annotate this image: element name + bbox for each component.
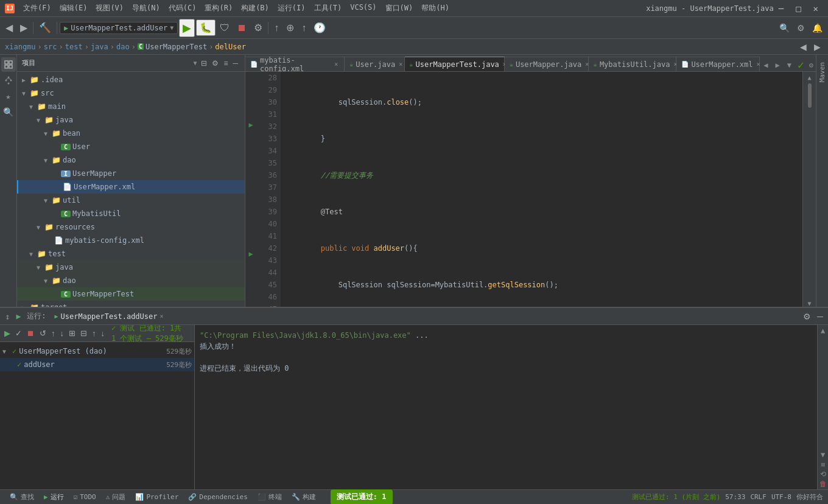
- status-tab-problems[interactable]: ⚠ 问题: [101, 491, 131, 503]
- run-config-close[interactable]: ×: [160, 313, 163, 320]
- tab-close-user[interactable]: ×: [398, 60, 404, 68]
- run-button[interactable]: ▶: [179, 19, 195, 37]
- sidebar-icon-structure[interactable]: [1, 73, 16, 88]
- test-sort-asc[interactable]: ↑: [49, 327, 57, 339]
- line-endings[interactable]: CRLF: [750, 493, 767, 501]
- breadcrumb-test[interactable]: test: [65, 43, 83, 51]
- test-expand[interactable]: ⊞: [67, 327, 77, 339]
- test-stop-button[interactable]: ⏹: [25, 327, 37, 339]
- status-tab-run[interactable]: ▶ 运行: [39, 491, 69, 503]
- tab-scroll-right[interactable]: ▶: [771, 61, 783, 69]
- breadcrumb-java[interactable]: java: [91, 43, 108, 51]
- menu-edit[interactable]: 编辑(E): [56, 2, 91, 15]
- tree-item-usermapper[interactable]: I UserMapper: [17, 167, 245, 180]
- scroll-down[interactable]: ▼: [807, 300, 811, 307]
- tab-usermapper[interactable]: ☕ UserMapper.java ×: [505, 57, 589, 71]
- test-up-arrow[interactable]: ↑: [90, 327, 98, 339]
- tree-collapse-all[interactable]: ⊟: [199, 58, 209, 69]
- breadcrumb-dao[interactable]: dao: [116, 43, 130, 51]
- tree-item-mybatisconfig[interactable]: 📄 mybatis-config.xml: [17, 234, 245, 247]
- back-button[interactable]: ◀: [2, 20, 16, 35]
- console-scroll-down[interactable]: ▼: [821, 450, 825, 459]
- scroll-up[interactable]: ▲: [807, 74, 811, 81]
- save-indicator[interactable]: ✓: [795, 58, 807, 71]
- panel-settings-button[interactable]: ⚙: [801, 310, 813, 323]
- update-project-button[interactable]: ↑: [271, 21, 282, 35]
- tab-close-mybatisconfig[interactable]: ×: [333, 60, 339, 68]
- gutter-43[interactable]: ▶: [245, 248, 256, 259]
- tab-scroll-left[interactable]: ◀: [760, 61, 771, 69]
- test-collapse[interactable]: ⊟: [79, 327, 89, 339]
- run-arrow-32[interactable]: ▶: [248, 121, 253, 129]
- notifications-button[interactable]: 🔔: [809, 21, 826, 35]
- gear-settings[interactable]: ⚙: [807, 61, 816, 69]
- test-result-parent[interactable]: ▼ ✓ UserMapperTest (dao) 529毫秒: [0, 345, 194, 358]
- breadcrumb-project[interactable]: xiangmu: [5, 43, 36, 51]
- test-run-button[interactable]: ▶: [2, 327, 12, 339]
- tree-item-usermapperxml[interactable]: 📄 UserMapper.xml: [17, 180, 245, 194]
- run-arrow-43[interactable]: ▶: [248, 250, 253, 258]
- test-check-button[interactable]: ✓: [13, 327, 24, 339]
- console-panel[interactable]: "C:\Program Files\Java\jdk1.8.0_65\bin\j…: [195, 325, 817, 489]
- file-charset[interactable]: UTF-8: [771, 493, 791, 501]
- tree-item-target[interactable]: ▶ 📁 target: [17, 301, 245, 307]
- console-clear[interactable]: 🗑: [819, 480, 827, 488]
- tree-item-java[interactable]: ▼ 📁 java: [17, 113, 245, 127]
- tree-minimize[interactable]: ─: [231, 58, 240, 69]
- menu-window[interactable]: 窗口(W): [382, 2, 417, 15]
- tree-gear[interactable]: ⚙: [210, 58, 220, 69]
- tree-item-resources[interactable]: ▼ 📁 resources: [17, 220, 245, 234]
- status-tab-terminal[interactable]: ⬛ 终端: [253, 491, 287, 503]
- menu-build[interactable]: 构建(B): [237, 2, 273, 15]
- menu-refactor[interactable]: 重构(R): [201, 2, 236, 15]
- status-tab-profiler[interactable]: 📊 Profiler: [130, 491, 183, 503]
- tab-usermapperxml[interactable]: 📄 UserMapper.xml ×: [676, 57, 760, 71]
- build-button[interactable]: 🔨: [36, 20, 54, 35]
- tree-item-mybatisutil[interactable]: C MybatisUtil: [17, 207, 245, 220]
- breadcrumb-src[interactable]: src: [44, 43, 57, 51]
- tree-item-src[interactable]: ▼ 📁 src: [17, 86, 245, 100]
- menu-navigate[interactable]: 导航(N): [128, 2, 164, 15]
- menu-code[interactable]: 代码(C): [165, 2, 200, 15]
- status-tab-todo[interactable]: ☑ TODO: [69, 491, 101, 503]
- forward-button[interactable]: ▶: [17, 20, 30, 35]
- stop-button[interactable]: ⏹: [234, 21, 250, 35]
- event-status[interactable]: 测试已通过: 1 (片刻 之前): [632, 492, 720, 502]
- more-run-button[interactable]: ⚙: [251, 20, 265, 35]
- nav-forward-button[interactable]: ▶: [812, 41, 823, 53]
- scroll-thumb[interactable]: [808, 83, 812, 108]
- menu-file[interactable]: 文件(F): [19, 2, 55, 15]
- maximize-button[interactable]: □: [791, 2, 805, 15]
- sidebar-icon-project[interactable]: [1, 57, 16, 72]
- tab-usermappertest[interactable]: ☕ UserMapperTest.java ×: [405, 57, 505, 71]
- maven-tab[interactable]: Maven: [817, 60, 827, 85]
- tab-dropdown[interactable]: ▼: [784, 61, 795, 69]
- menu-vcs[interactable]: VCS(S): [346, 2, 380, 15]
- status-tab-dependencies[interactable]: 🔗 Dependencies: [183, 491, 252, 503]
- tree-item-idea[interactable]: ▶ 📁 .idea: [17, 73, 245, 86]
- menu-help[interactable]: 帮助(H): [418, 2, 453, 15]
- test-rerun-button[interactable]: ↺: [38, 327, 48, 339]
- bottom-tab-run-config-name[interactable]: ▶ UserMapperTest.addUser ×: [50, 310, 169, 323]
- code-content[interactable]: sqlSession.close(); } //需要提交事务 @Test pub…: [281, 72, 802, 307]
- menu-run[interactable]: 运行(I): [274, 2, 309, 15]
- tree-settings[interactable]: ≡: [222, 58, 230, 69]
- debug-button[interactable]: 🐛: [196, 19, 216, 36]
- search-everywhere-button[interactable]: 🔍: [776, 21, 793, 35]
- toast-badge[interactable]: 测试已通过: 1: [331, 489, 393, 504]
- tab-user[interactable]: ☕ User.java ×: [345, 57, 404, 71]
- tree-item-util[interactable]: ▼ 📁 util: [17, 194, 245, 207]
- history-button[interactable]: 🕐: [310, 20, 329, 35]
- console-scroll-up[interactable]: ▲: [821, 326, 825, 335]
- run-config-selector[interactable]: ▶ UserMapperTest.addUser ▼: [60, 22, 178, 34]
- console-scroll-end[interactable]: ≡: [821, 460, 825, 469]
- tree-item-test-dao[interactable]: ▼ 📁 dao: [17, 274, 245, 287]
- tab-mybatisconfig[interactable]: 📄 mybatis-config.xml ×: [245, 57, 345, 71]
- menu-view[interactable]: 视图(V): [92, 2, 127, 15]
- tree-item-usermappertest[interactable]: C UserMapperTest: [17, 287, 245, 301]
- test-sort-desc[interactable]: ↓: [58, 327, 66, 339]
- panel-left-icon[interactable]: ↕: [5, 312, 10, 321]
- tree-item-dao[interactable]: ▼ 📁 dao: [17, 153, 245, 167]
- sidebar-icon-bookmarks[interactable]: ★: [1, 89, 16, 103]
- test-result-adduser[interactable]: ✓ addUser 529毫秒: [0, 358, 194, 371]
